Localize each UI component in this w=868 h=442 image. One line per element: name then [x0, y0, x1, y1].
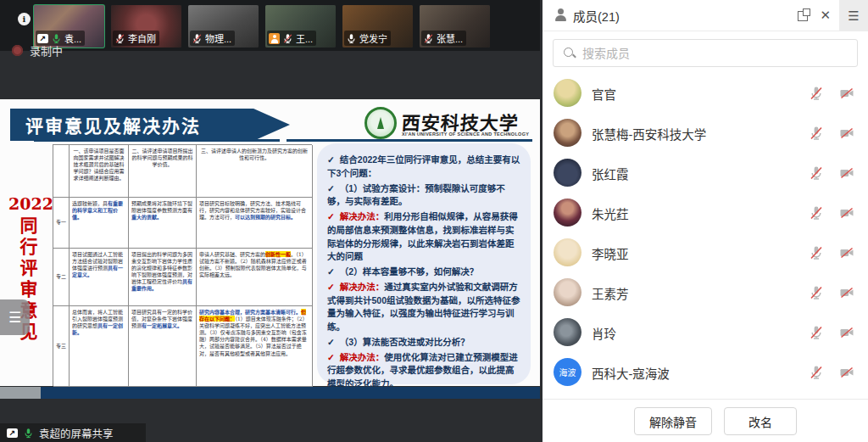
participant-name: 李自刚 [128, 31, 156, 45]
search-input[interactable] [582, 47, 857, 60]
mic-muted-icon[interactable] [809, 285, 824, 300]
member-name: 张红霞 [592, 165, 629, 182]
thumbnail-overlay: 王... [267, 31, 316, 46]
video-thumbnail-wuli[interactable]: 物理... [188, 5, 259, 48]
video-thumbnail-wang[interactable]: 王... [265, 5, 336, 48]
table-cell: 研究内容基本合理，研究方案基本清晰可行。但存在以下问题：（1）题目未体现冻融条件… [197, 306, 313, 387]
participant-name: 袁... [64, 31, 81, 45]
camera-off-icon[interactable] [839, 365, 854, 380]
mic-muted-icon [114, 33, 125, 44]
avatar [554, 278, 581, 306]
camera-off-icon[interactable] [839, 205, 854, 221]
thumbnail-overlay: 李自刚 [113, 31, 159, 46]
participants-video-bar: i ↗ 袁... 李自刚 物理... [0, 0, 540, 51]
members-panel-header: 成员(21) ✕ [542, 0, 839, 31]
avatar [554, 119, 581, 147]
mic-muted-icon[interactable] [809, 365, 824, 380]
camera-off-icon[interactable] [839, 86, 854, 101]
mic-on-icon [346, 33, 357, 44]
panel-menu-strip[interactable]: ☰ [839, 0, 868, 31]
close-icon[interactable]: ✕ [820, 7, 831, 24]
table-cell: 预期成果将对冻融环境下裂隙岩体强度参数预测方面有重大的贡献。 [129, 198, 197, 249]
unmute-button[interactable]: 解除静音 [634, 407, 712, 435]
member-row[interactable]: 朱光荭 [542, 193, 868, 232]
member-row[interactable]: 李晓亚 [542, 232, 868, 272]
table-row-label: 专一 [53, 198, 70, 249]
slide-footer-bar [41, 387, 540, 399]
mic-muted-icon[interactable] [809, 86, 824, 101]
table-cell: 选题较新颖，具有重要的科学意义和工程价值。 [70, 198, 129, 249]
recording-label: 录制中 [30, 42, 63, 59]
member-row[interactable]: 海波 西科大-寇海波 [542, 352, 868, 392]
check-icon: ✓ [327, 211, 335, 221]
member-name: 官官 [592, 85, 616, 103]
mic-muted-icon[interactable] [809, 325, 824, 340]
slide-title-banner: 评审意见及解决办法 [10, 109, 290, 141]
video-thumbnail-lizigang[interactable]: 李自刚 [111, 5, 181, 48]
member-list: 官官 张慧梅-西安科技大学 张红霞 朱光荭 [542, 73, 868, 392]
camera-off-icon[interactable] [839, 245, 854, 260]
member-name: 肖玲 [592, 324, 616, 342]
university-subtitle: XI'AN UNIVERSITY OF SCIENCE AND TECHNOLO… [402, 131, 537, 137]
summary-line: ✓解决办法：通过真实室内外试验和文献调研方式得到共计500组试验数据为基础，以所… [327, 281, 522, 334]
slide-divider-line [287, 139, 532, 142]
member-row[interactable]: 王素芳 [542, 272, 868, 312]
toolbar-handle[interactable]: ☰ [0, 299, 30, 335]
summary-line: ✓（2）样本容量够不够，如何解决？ [327, 266, 522, 279]
check-icon: ✓ [327, 154, 335, 165]
member-row[interactable]: 张慧梅-西安科技大学 [542, 113, 868, 153]
camera-off-icon[interactable] [839, 165, 854, 181]
mic-muted-icon [192, 33, 203, 44]
avatar [554, 318, 581, 346]
members-panel-title: 成员(21) [573, 7, 620, 25]
mic-muted-icon[interactable] [809, 205, 824, 221]
avatar [554, 79, 581, 107]
avatar [554, 199, 581, 227]
participant-name: 党发宁 [359, 31, 387, 45]
member-name: 李晓亚 [592, 244, 629, 262]
check-icon: ✓ [327, 183, 335, 193]
screen-share-banner: ↗ 袁超的屏幕共享 [0, 423, 146, 442]
video-thumbnail-dangfaning[interactable]: 党发宁 [342, 5, 413, 48]
avatar-initials: 海波 [559, 366, 576, 378]
shared-slide: 评审意见及解决办法 西安科技大学 XI'AN UNIVERSITY OF SCI… [0, 99, 540, 386]
summary-line: ✓结合2022年三位同行评审意见，总结主要有以下3个问题： [327, 154, 522, 181]
mic-muted-icon [423, 33, 434, 44]
table-header-cell: 一、该申请项目是否面向国家需求并试图解决技术瓶颈背后的基础科学问题？请结合应用需… [70, 145, 129, 198]
table-row-label: 专三 [53, 306, 70, 387]
table-cell: 项目试图通过人工智能方法结合试验对裂隙岩体强度进行预测具有一定意义。 [70, 249, 129, 306]
members-panel-footer: 解除静音 改名 [542, 399, 868, 442]
participant-name: 张慧... [437, 31, 463, 45]
member-name: 朱光荭 [592, 204, 629, 222]
video-thumbnail-yuan[interactable]: ↗ 袁... [34, 5, 104, 48]
video-thumbnail-zhanghui[interactable]: 张慧... [420, 5, 490, 48]
search-icon [563, 47, 576, 59]
member-row[interactable]: 官官 [542, 73, 868, 113]
avatar: 海波 [554, 358, 581, 386]
thumbnail-overlay: 党发宁 [344, 31, 391, 46]
table-cell: 总体而言，将人工智能引入裂隙岩体强度预测的研究思想具有一定创新。 [70, 306, 129, 387]
thumbnail-overlay: 物理... [190, 31, 235, 46]
rename-button[interactable]: 改名 [724, 407, 797, 435]
hamburger-icon: ☰ [848, 8, 859, 24]
university-logo [364, 107, 397, 139]
info-icon[interactable]: i [18, 13, 31, 25]
slide-title: 评审意见及解决办法 [10, 112, 201, 137]
table-corner-cell [53, 145, 70, 198]
mic-muted-icon[interactable] [809, 165, 824, 181]
mic-muted-icon[interactable] [809, 245, 824, 260]
avatar [554, 159, 581, 187]
mic-muted-icon[interactable] [809, 126, 824, 141]
screen-share-icon: ↗ [37, 34, 48, 43]
member-row[interactable]: 张红霞 [542, 153, 868, 193]
table-cell: 申请人研究基础、研究方案的创新性一般。（1）试验方案不新颖。（2）随机森林算法应… [197, 249, 313, 306]
mic-on-icon [23, 428, 34, 439]
camera-off-icon[interactable] [839, 126, 854, 141]
meeting-window: i ↗ 袁... 李自刚 物理... [0, 0, 868, 442]
members-panel: 成员(21) ✕ ☰ 官官 张慧梅-西安科技大学 [542, 0, 868, 442]
popout-icon[interactable] [798, 8, 810, 21]
camera-off-icon[interactable] [839, 325, 854, 340]
member-row[interactable]: 肖玲 [542, 312, 868, 352]
check-icon: ✓ [327, 266, 335, 277]
camera-off-icon[interactable] [839, 285, 854, 300]
